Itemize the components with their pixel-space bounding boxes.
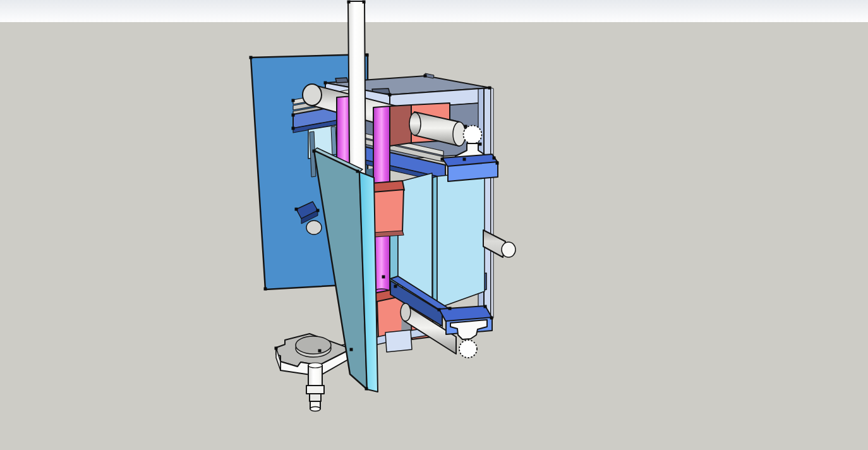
mid-axle-cap — [502, 242, 515, 257]
upper-roller-far-cap — [303, 84, 322, 106]
endpoint-tick — [464, 125, 467, 128]
endpoint-tick — [449, 307, 452, 310]
base-block — [385, 330, 412, 352]
upper-roller-hole-cap — [409, 113, 421, 135]
lower-ball-joint — [459, 340, 477, 358]
endpoint-tick — [488, 87, 491, 90]
endpoint-tick — [347, 1, 351, 4]
endpoint-tick — [313, 150, 316, 153]
piston-stem — [310, 394, 321, 401]
lower-roller-far-cap — [401, 303, 411, 321]
endpoint-tick — [394, 285, 397, 288]
piston-foot-cap — [310, 407, 320, 411]
piston-top — [308, 363, 322, 368]
endpoint-tick — [292, 127, 295, 130]
endpoint-tick — [490, 317, 493, 320]
endpoint-tick — [493, 157, 496, 160]
sky — [0, 0, 868, 22]
endpoint-tick — [389, 94, 392, 97]
right-column-lip — [491, 88, 493, 319]
endpoint-tick — [324, 82, 327, 85]
endpoint-tick — [484, 305, 487, 308]
app-window — [0, 0, 868, 450]
endpoint-tick — [250, 56, 253, 59]
endpoint-tick — [496, 162, 499, 165]
endpoint-tick — [292, 114, 295, 117]
model-3d-assembly — [0, 0, 868, 450]
endpoint-tick — [292, 99, 295, 102]
upper-salmon-side — [390, 105, 411, 146]
endpoint-tick — [438, 308, 441, 312]
cyan-pane2 — [437, 171, 485, 308]
endpoint-tick — [318, 350, 322, 353]
mid-salmon-front — [373, 190, 404, 234]
endpoint-tick — [264, 288, 267, 291]
left-post-2 — [331, 126, 337, 155]
endpoint-tick — [463, 158, 466, 161]
cyan-pane2-edge — [433, 176, 437, 310]
endpoint-tick — [382, 276, 385, 279]
endpoint-tick — [363, 1, 366, 4]
endpoint-tick — [350, 348, 353, 351]
endpoint-tick — [479, 143, 482, 146]
upper-ball-joint — [464, 126, 482, 144]
endpoint-tick — [356, 170, 359, 173]
endpoint-tick — [316, 209, 320, 212]
axle-far-cap — [306, 221, 322, 234]
clamp-disc — [296, 336, 331, 354]
top-plate-hole-left — [335, 78, 348, 83]
viewport-canvas[interactable] — [0, 0, 868, 450]
endpoint-tick — [366, 54, 369, 57]
endpoint-tick — [441, 158, 444, 161]
endpoint-tick — [424, 75, 427, 78]
piston-flange — [306, 386, 324, 394]
piston-body — [308, 365, 322, 386]
endpoint-tick — [275, 347, 278, 350]
endpoint-tick — [295, 208, 298, 211]
endpoint-tick — [365, 387, 368, 391]
